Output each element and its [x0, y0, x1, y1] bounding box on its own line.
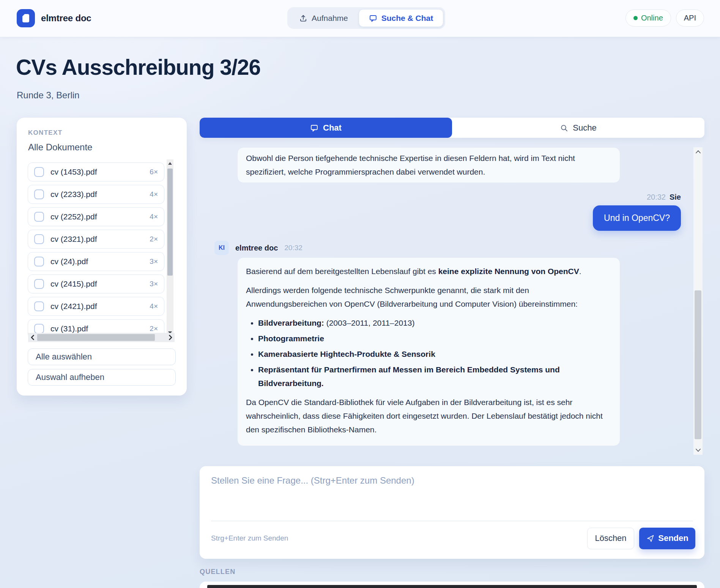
document-list-vertical-scrollbar[interactable] [167, 159, 173, 336]
user-message-row: Und in OpenCV? [200, 205, 681, 231]
document-checkbox[interactable] [34, 234, 44, 244]
document-count-badge: 3× [150, 280, 158, 288]
page-subtitle: Runde 3, Berlin [17, 90, 79, 101]
page-title: CVs Ausschreibung 3/26 [16, 55, 260, 80]
online-dot-icon [633, 16, 638, 20]
document-checkbox[interactable] [34, 279, 44, 289]
document-name: cv (1453).pdf [50, 167, 150, 177]
app-title: elmtree doc [41, 13, 91, 24]
ai-bullet-item: Kamerabasierte Hightech-Produkte & Senso… [258, 347, 611, 361]
document-checkbox[interactable] [34, 212, 44, 222]
send-button-label: Senden [658, 533, 688, 543]
document-name: cv (2233).pdf [50, 190, 150, 199]
main-area: Chat Suche Obwohl die Person tiefgehende… [200, 118, 704, 588]
sources-panel [200, 582, 704, 588]
upload-icon [299, 14, 307, 22]
clear-button[interactable]: Löschen [587, 528, 634, 549]
api-button[interactable]: API [676, 9, 704, 27]
ai-bullet-item: Bildverarbeitung: (2003–2011, 2011–2013) [258, 316, 611, 330]
scroll-left-icon[interactable] [28, 333, 36, 342]
context-panel: KONTEXT Alle Dokumente cv (1453).pdf 6× … [17, 118, 187, 396]
document-count-badge: 2× [150, 235, 158, 243]
scroll-right-icon[interactable] [166, 333, 175, 342]
tab-suche-chat-label: Suche & Chat [381, 14, 433, 23]
composer: Strg+Enter zum Senden Löschen Senden [200, 466, 704, 559]
api-label: API [684, 14, 696, 22]
document-count-badge: 4× [150, 213, 158, 221]
horizontal-scrollbar-thumb[interactable] [37, 334, 155, 341]
ai-sender-name: elmtree doc [235, 244, 278, 252]
ai-message-bubble: Obwohl die Person tiefgehende technische… [237, 147, 620, 183]
document-name: cv (2321).pdf [50, 235, 150, 244]
paper-plane-icon [646, 534, 654, 542]
top-bar: elmtree doc Aufnahme Suche & Chat Online [0, 0, 720, 37]
tab-chat[interactable]: Chat [200, 118, 452, 138]
document-list-item[interactable]: cv (2321).pdf 2× [28, 230, 164, 249]
document-count-badge: 3× [150, 257, 158, 266]
ai-paragraph: Basierend auf dem bereitgestellten Leben… [246, 265, 611, 278]
composer-divider [211, 521, 693, 521]
document-list-item[interactable]: cv (2415).pdf 3× [28, 274, 164, 293]
scroll-up-icon[interactable] [693, 147, 703, 156]
document-checkbox[interactable] [34, 189, 44, 199]
document-name: cv (24).pdf [50, 257, 150, 266]
select-all-button[interactable]: Alle auswählen [28, 348, 176, 365]
ai-message-header: KI elmtree doc 20:32 [214, 241, 704, 255]
document-list: cv (1453).pdf 6× cv (2233).pdf 4× cv (22… [28, 162, 167, 337]
document-checkbox[interactable] [34, 301, 44, 311]
chat-bubble-icon [310, 124, 318, 132]
document-checkbox[interactable] [34, 167, 44, 177]
chat-bubble-icon [369, 14, 377, 22]
document-name: cv (2415).pdf [50, 279, 150, 288]
scroll-up-icon[interactable] [167, 159, 173, 167]
context-subheading: Alle Dokumente [28, 142, 92, 153]
sources-heading: QUELLEN [200, 568, 235, 576]
scroll-down-icon[interactable] [693, 446, 703, 455]
chat-vertical-scrollbar[interactable] [693, 147, 703, 455]
ai-message-bubble: Basierend auf dem bereitgestellten Leben… [237, 257, 620, 446]
message-sender: Sie [670, 193, 681, 201]
chat-message-list: Obwohl die Person tiefgehende technische… [200, 138, 704, 466]
chat-scrollbar-thumb[interactable] [695, 290, 701, 439]
ai-bullet-list: Bildverarbeitung: (2003–2011, 2011–2013)… [246, 316, 611, 390]
tab-aufnahme-label: Aufnahme [312, 14, 348, 23]
sources-preview [207, 585, 697, 588]
send-button[interactable]: Senden [639, 528, 695, 549]
document-count-badge: 4× [150, 190, 158, 199]
document-checkbox[interactable] [34, 324, 44, 334]
user-message-meta: 20:32Sie [200, 193, 681, 202]
ai-bullet-item: Repräsentant für Partnerfirmen auf Messe… [258, 363, 611, 390]
context-heading: KONTEXT [28, 129, 62, 137]
document-count-badge: 2× [150, 325, 158, 333]
online-status-badge: Online [625, 9, 671, 27]
header-right: Online API [625, 9, 704, 27]
vertical-scrollbar-thumb[interactable] [167, 169, 173, 276]
message-time: 20:32 [647, 193, 666, 201]
document-list-horizontal-scrollbar[interactable] [28, 333, 175, 342]
tab-chat-label: Chat [323, 123, 342, 133]
document-list-item[interactable]: cv (2421).pdf 4× [28, 297, 164, 316]
document-list-item[interactable]: cv (24).pdf 3× [28, 252, 164, 271]
search-icon [560, 124, 568, 132]
document-icon [17, 9, 35, 27]
document-list-item[interactable]: cv (1453).pdf 6× [28, 162, 164, 181]
composer-toolbar: Strg+Enter zum Senden Löschen Senden [211, 527, 695, 550]
mode-switcher: Aufnahme Suche & Chat [287, 7, 445, 29]
ai-bullet-item: Photogrammetrie [258, 332, 611, 345]
question-input[interactable] [211, 475, 693, 518]
tab-search-label: Suche [573, 123, 596, 133]
clear-selection-button[interactable]: Auswahl aufheben [28, 369, 176, 386]
document-name: cv (31).pdf [50, 324, 150, 333]
document-name: cv (2421).pdf [50, 302, 150, 311]
document-checkbox[interactable] [34, 257, 44, 266]
tab-search[interactable]: Suche [452, 118, 704, 138]
ai-paragraph: Da OpenCV die Standard-Bibliothek für vi… [246, 396, 611, 437]
ki-avatar: KI [214, 241, 229, 255]
user-message-bubble: Und in OpenCV? [593, 205, 681, 231]
tab-aufnahme[interactable]: Aufnahme [289, 9, 358, 27]
document-list-item[interactable]: cv (2233).pdf 4× [28, 185, 164, 204]
document-list-item[interactable]: cv (2252).pdf 4× [28, 207, 164, 226]
document-name: cv (2252).pdf [50, 212, 150, 221]
brand: elmtree doc [17, 9, 91, 27]
tab-suche-chat[interactable]: Suche & Chat [359, 9, 444, 27]
